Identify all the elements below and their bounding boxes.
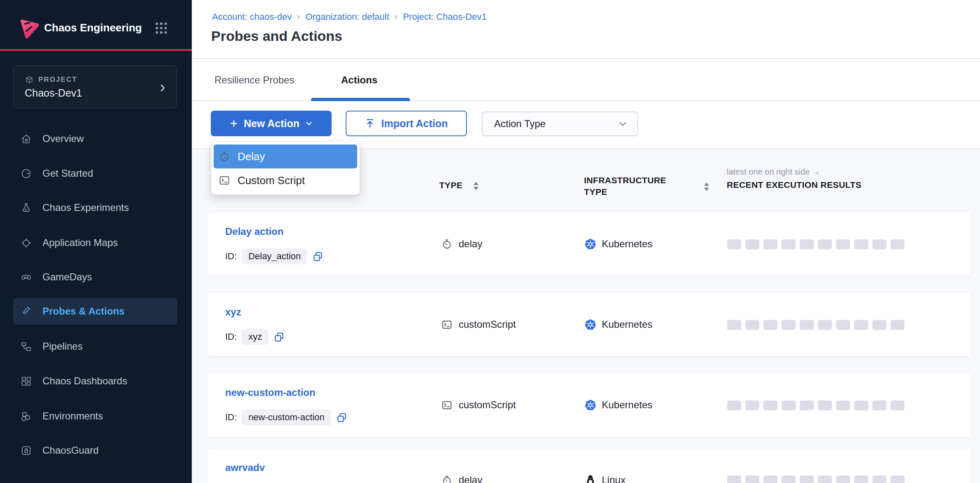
cube-icon <box>25 76 33 84</box>
sidebar-item-overview[interactable]: Overview <box>13 125 177 152</box>
menu-item-custom-script[interactable]: Custom Script <box>214 168 357 192</box>
project-selector[interactable]: PROJECT Chaos-Dev1 <box>13 65 177 108</box>
sidebar-item-application-maps[interactable]: Application Maps <box>13 230 177 256</box>
module-grid-icon[interactable] <box>154 21 168 35</box>
copy-icon <box>312 251 323 262</box>
stopwatch-icon <box>441 475 452 483</box>
sidebar-item-environments[interactable]: Environments <box>13 403 177 429</box>
action-name-link[interactable]: awrvadv <box>225 462 265 474</box>
column-header-recent-execution-results: RECENT EXECUTION RESULTS <box>727 180 862 190</box>
page-title: Probes and Actions <box>211 28 342 44</box>
action-id-row: ID: xyz <box>225 329 285 345</box>
tab-bar-border <box>192 100 980 101</box>
sort-icon[interactable] <box>472 181 480 191</box>
recent-execution-results <box>727 239 905 249</box>
copy-id-button[interactable] <box>273 331 285 343</box>
sidebar-item-probes-actions[interactable]: Probes & Actions <box>13 298 177 324</box>
sidebar-item-label: Pipelines <box>42 341 82 352</box>
new-action-label: New Action <box>244 118 299 130</box>
stopwatch-icon <box>441 239 452 250</box>
action-name-link[interactable]: Delay action <box>225 226 283 237</box>
sidebar-item-chaosguard[interactable]: ChaosGuard <box>13 437 177 464</box>
menu-item-delay[interactable]: Delay <box>214 144 357 168</box>
id-label: ID: <box>225 412 237 423</box>
table-row[interactable]: awrvadv delay Linux <box>207 448 971 483</box>
copy-icon <box>273 331 285 343</box>
import-action-button[interactable]: Import Action <box>346 111 467 136</box>
table-row[interactable]: xyz ID: xyz customScript <box>207 292 971 357</box>
sidebar-item-chaos-experiments[interactable]: Chaos Experiments <box>13 194 177 221</box>
active-tab-underline <box>311 98 410 101</box>
new-action-button[interactable]: New Action <box>211 111 332 136</box>
execution-result-placeholder <box>727 476 741 483</box>
sidebar-item-gamedays[interactable]: GameDays <box>13 264 177 290</box>
action-type-label: Action Type <box>494 118 546 130</box>
plus-icon <box>229 118 239 128</box>
sidebar-item-label: GameDays <box>42 271 92 283</box>
execution-result-placeholder <box>727 400 741 410</box>
action-name-link[interactable]: new-custom-action <box>225 387 316 398</box>
breadcrumb-separator: › <box>395 12 398 22</box>
infrastructure-value: Linux <box>602 474 625 483</box>
execution-result-placeholder <box>854 400 868 410</box>
menu-item-label: Custom Script <box>238 174 305 187</box>
execution-result-placeholder <box>890 320 905 330</box>
sidebar-item-get-started[interactable]: Get Started <box>13 160 177 187</box>
action-name-link[interactable]: xyz <box>225 306 241 318</box>
sidebar-item-pipelines[interactable]: Pipelines <box>13 333 177 360</box>
execution-result-placeholder <box>854 239 868 249</box>
breadcrumb: Account: chaos-dev › Organization: defau… <box>212 12 487 22</box>
column-header-infrastructure-type[interactable]: INFRASTRUCTURE TYPE <box>584 175 677 198</box>
action-type-select[interactable]: Action Type <box>482 111 638 136</box>
infrastructure-value: Kubernetes <box>602 319 653 330</box>
type-value: customScript <box>459 319 516 330</box>
execution-result-placeholder <box>872 320 886 330</box>
recent-execution-results <box>727 320 905 330</box>
execution-result-placeholder <box>890 239 905 249</box>
type-value: delay <box>459 238 482 250</box>
infrastructure-cell: Kubernetes <box>584 212 653 276</box>
infrastructure-cell: Kubernetes <box>584 293 653 356</box>
sidebar-item-label: Chaos Dashboards <box>42 375 127 387</box>
progress-circle-icon <box>21 168 32 179</box>
infrastructure-value: Kubernetes <box>602 399 653 411</box>
stopwatch-icon <box>219 151 230 162</box>
copy-id-button[interactable] <box>312 251 323 262</box>
execution-result-placeholder <box>872 239 886 249</box>
column-header-type[interactable]: TYPE <box>439 180 462 190</box>
infrastructure-cell: Linux <box>584 448 625 483</box>
type-cell: customScript <box>441 293 516 356</box>
sidebar-item-label: Chaos Experiments <box>42 202 129 213</box>
breadcrumb-project-link[interactable]: Project: Chaos-Dev1 <box>403 12 487 22</box>
action-id-row: ID: Delay_action <box>225 249 323 264</box>
app-title: Chaos Engineering <box>44 21 142 34</box>
sidebar-item-label: Overview <box>42 133 84 144</box>
execution-result-placeholder <box>745 320 759 330</box>
execution-result-placeholder <box>763 476 777 483</box>
execution-result-placeholder <box>782 476 796 483</box>
target-icon <box>21 237 32 249</box>
execution-result-placeholder <box>782 239 796 249</box>
infrastructure-value: Kubernetes <box>602 238 653 250</box>
tab-resilience-probes[interactable]: Resilience Probes <box>214 74 294 86</box>
table-row[interactable]: Delay action ID: Delay_action delay <box>207 212 971 276</box>
execution-result-placeholder <box>800 239 814 249</box>
new-action-menu: Delay Custom Script <box>211 142 360 195</box>
action-id-value: xyz <box>242 329 269 345</box>
brand-divider <box>0 49 192 51</box>
recent-results-hint: latest one on right side → <box>727 167 820 177</box>
sidebar-item-chaos-dashboards[interactable]: Chaos Dashboards <box>13 368 177 394</box>
execution-result-placeholder <box>727 320 741 330</box>
sidebar-item-label: Environments <box>42 410 103 422</box>
sort-icon[interactable] <box>703 182 710 192</box>
table-row[interactable]: new-custom-action ID: new-custom-action … <box>207 373 971 437</box>
flask-icon <box>21 202 32 213</box>
copy-id-button[interactable] <box>336 412 347 423</box>
execution-result-placeholder <box>763 320 777 330</box>
breadcrumb-account-link[interactable]: Account: chaos-dev <box>212 12 292 22</box>
copy-icon <box>336 412 347 423</box>
title-divider <box>192 58 980 59</box>
breadcrumb-organization-link[interactable]: Organization: default <box>306 12 389 22</box>
execution-result-placeholder <box>800 400 814 410</box>
tab-actions[interactable]: Actions <box>341 74 377 86</box>
